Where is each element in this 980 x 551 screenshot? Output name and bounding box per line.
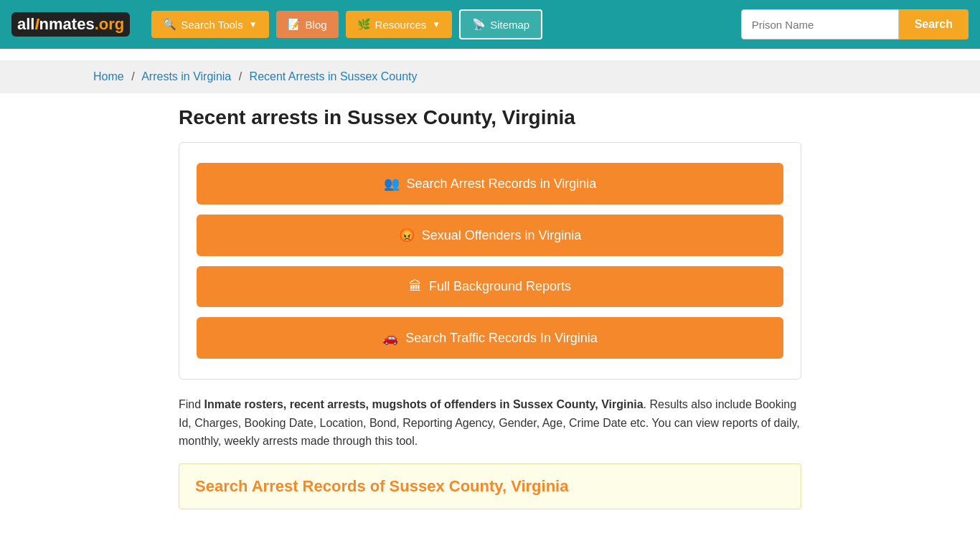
section-heading: Search Arrest Records of Sussex County, … <box>195 477 785 496</box>
nav-search-group: Search <box>741 9 969 39</box>
search-arrest-records-button[interactable]: 👥 Search Arrest Records in Virginia <box>197 163 783 204</box>
sexual-offenders-label: Sexual Offenders in Virginia <box>422 228 581 243</box>
navbar: allInmates.org 🔍 Search Tools ▼ 📝 Blog 🌿… <box>0 0 980 49</box>
blog-label: Blog <box>306 19 327 31</box>
prison-name-input[interactable] <box>741 9 899 39</box>
traffic-records-button[interactable]: 🚗 Search Traffic Records In Virginia <box>197 317 783 359</box>
resources-label: Resources <box>375 19 427 31</box>
breadcrumb-current: Recent Arrests in Sussex County <box>250 70 418 83</box>
search-tools-arrow: ▼ <box>249 19 258 29</box>
section-heading-box: Search Arrest Records of Sussex County, … <box>179 463 801 509</box>
breadcrumb: Home / Arrests in Virginia / Recent Arre… <box>0 60 980 93</box>
background-reports-button[interactable]: 🏛 Full Background Reports <box>197 266 783 307</box>
desc-part1: Find <box>179 398 204 410</box>
users-icon: 👥 <box>384 176 400 192</box>
blog-icon: 📝 <box>288 18 301 31</box>
angry-icon: 😡 <box>399 227 415 243</box>
sexual-offenders-button[interactable]: 😡 Sexual Offenders in Virginia <box>197 215 783 256</box>
breadcrumb-sep-1: / <box>131 70 134 83</box>
description-text: Find Inmate rosters, recent arrests, mug… <box>179 395 801 451</box>
search-arrest-label: Search Arrest Records in Virginia <box>407 176 597 192</box>
blog-button[interactable]: 📝 Blog <box>276 11 339 38</box>
search-tools-label: Search Tools <box>181 19 242 31</box>
resources-button[interactable]: 🌿 Resources ▼ <box>346 11 453 38</box>
search-tools-icon: 🔍 <box>163 18 176 31</box>
logo-text: allInmates.org <box>17 15 124 34</box>
nav-search-button[interactable]: Search <box>899 9 969 39</box>
page-title: Recent arrests in Sussex County, Virgini… <box>179 106 801 129</box>
building-icon: 🏛 <box>409 279 422 294</box>
main-content: Recent arrests in Sussex County, Virgini… <box>167 106 813 509</box>
logo[interactable]: allInmates.org <box>11 12 130 37</box>
breadcrumb-home[interactable]: Home <box>93 70 124 83</box>
desc-bold: Inmate rosters, recent arrests, mugshots… <box>204 398 644 410</box>
breadcrumb-sep-2: / <box>239 70 242 83</box>
background-reports-label: Full Background Reports <box>429 279 571 294</box>
search-tools-button[interactable]: 🔍 Search Tools ▼ <box>151 11 268 38</box>
action-buttons-card: 👥 Search Arrest Records in Virginia 😡 Se… <box>179 142 801 380</box>
sitemap-label: Sitemap <box>490 19 529 31</box>
resources-icon: 🌿 <box>357 18 371 31</box>
sitemap-icon: 📡 <box>472 18 486 31</box>
breadcrumb-arrests-virginia[interactable]: Arrests in Virginia <box>141 70 231 83</box>
nav-search-label: Search <box>915 18 953 30</box>
car-icon: 🚗 <box>382 330 398 346</box>
traffic-records-label: Search Traffic Records In Virginia <box>405 331 597 346</box>
resources-arrow: ▼ <box>432 19 440 29</box>
sitemap-button[interactable]: 📡 Sitemap <box>459 9 542 39</box>
